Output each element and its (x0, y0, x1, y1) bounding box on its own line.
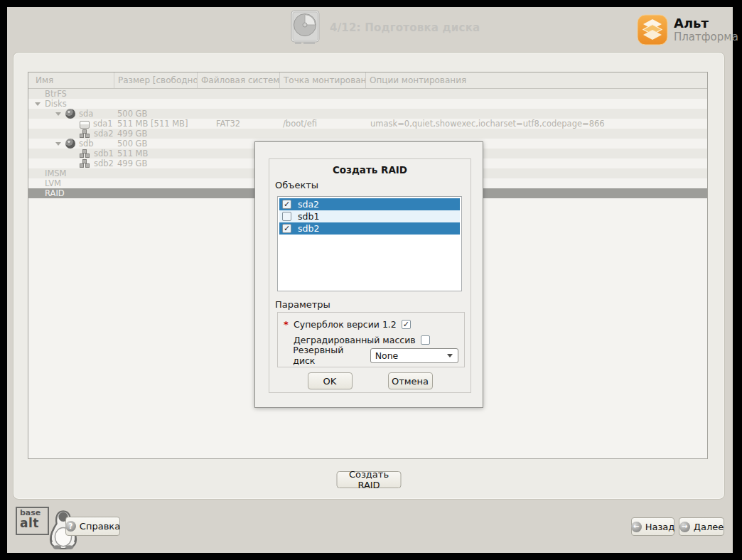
name-cell: sdb (28, 139, 114, 149)
name-cell: sda1 (28, 119, 114, 129)
name-cell: IMSM (28, 168, 114, 178)
header: 4/12: Подготовка диска Альт Платформа (7, 7, 733, 52)
cancel-button[interactable]: Отмена (388, 372, 433, 389)
row-name: sdb2 (94, 158, 114, 168)
superblock-row: * Суперблок версии 1.2 (284, 316, 458, 332)
name-cell: sdb1 (28, 149, 114, 159)
table-row[interactable]: Disks (28, 99, 707, 109)
raid-member-icon (80, 149, 90, 159)
row-name: RAID (45, 188, 65, 198)
next-button[interactable]: → Далее (679, 517, 724, 536)
row-name: sdb (79, 139, 94, 149)
next-arrow-icon: → (679, 522, 690, 532)
help-button[interactable]: ? Справка (65, 517, 120, 536)
row-name: sda2 (94, 129, 114, 139)
footer: base alt ? Справка ← Назад → Далее (7, 500, 733, 553)
row-size: 511 MB [511 MB] (114, 119, 198, 129)
name-cell: sda (28, 109, 114, 119)
ok-button[interactable]: OK (308, 372, 353, 389)
row-name: IMSM (45, 168, 67, 178)
objects-label: Объекты (275, 180, 318, 190)
degraded-label: Деградированный массив (294, 335, 416, 345)
row-size: 499 GB (114, 129, 198, 139)
column-header-size[interactable]: Размер [свободно] (114, 72, 198, 88)
superblock-label: Суперблок версии 1.2 (294, 319, 397, 330)
row-name: LVM (45, 178, 61, 188)
row-size: 511 MB (114, 149, 198, 158)
expander-icon[interactable] (55, 109, 65, 119)
table-row[interactable]: sda500 GB (28, 109, 707, 119)
chevron-down-icon (447, 354, 453, 360)
row-size: 499 GB (114, 158, 198, 168)
help-icon: ? (65, 521, 76, 532)
degraded-checkbox[interactable] (421, 335, 430, 345)
object-checkbox[interactable] (282, 212, 291, 221)
table-row[interactable]: BtrFS (28, 89, 707, 99)
disk-icon (65, 139, 75, 149)
row-size: 500 GB (114, 109, 198, 119)
dialog-group: Создать RAID Объекты sda2sdb1sdb2 Параме… (269, 158, 471, 393)
object-name: sdb2 (298, 223, 319, 234)
column-header-filesystem[interactable]: Файловая система (198, 72, 280, 88)
dialog-buttons: OK Отмена (269, 372, 471, 389)
disk-icon (65, 109, 75, 119)
required-marker: * (284, 319, 294, 330)
object-name: sda2 (298, 199, 319, 210)
row-name: BtrFS (45, 89, 67, 99)
column-header-mountoptions[interactable]: Опции монтирования (366, 72, 707, 88)
name-cell: LVM (28, 178, 114, 188)
object-row[interactable]: sda2 (279, 198, 460, 210)
row-name: sdb1 (94, 149, 114, 158)
raid-member-icon (80, 159, 90, 169)
dialog-title: Создать RAID (269, 164, 471, 176)
create-raid-button[interactable]: Создать RAID (337, 471, 402, 488)
params-box: * Суперблок версии 1.2 Деградированный м… (277, 312, 465, 367)
superblock-checkbox[interactable] (402, 320, 411, 329)
installer-window: 4/12: Подготовка диска Альт Платформа (7, 7, 733, 553)
partition-icon (80, 121, 90, 129)
table-header: Имя Размер [свободно] Файловая система Т… (28, 72, 707, 89)
objects-list: sda2sdb1sdb2 (277, 196, 462, 291)
column-header-name[interactable]: Имя (28, 72, 114, 88)
name-cell: BtrFS (28, 89, 114, 99)
raid-member-icon (80, 129, 90, 139)
row-fs: FAT32 (198, 119, 280, 129)
expander-icon[interactable] (35, 99, 45, 109)
table-row[interactable]: sda1511 MB [511 MB]FAT32/boot/efiumask=0… (28, 119, 707, 129)
row-name: Disks (45, 99, 67, 109)
spare-disk-dropdown[interactable]: None (370, 348, 458, 363)
name-cell: sdb2 (28, 158, 114, 169)
object-checkbox[interactable] (282, 224, 291, 233)
row-size: 500 GB (114, 139, 198, 149)
object-name: sdb1 (298, 211, 319, 222)
brand-subtitle: Платформа (674, 31, 738, 43)
object-row[interactable]: sdb2 (279, 222, 460, 235)
expander-icon[interactable] (55, 139, 65, 149)
back-button[interactable]: ← Назад (631, 517, 674, 536)
object-row[interactable]: sdb1 (279, 210, 460, 222)
name-cell: Disks (28, 99, 114, 109)
alt-logo-icon (637, 14, 668, 45)
disk-drive-icon (289, 10, 321, 45)
name-cell: RAID (28, 188, 114, 198)
object-checkbox[interactable] (282, 200, 291, 209)
column-header-mountpoint[interactable]: Точка монтирования (280, 72, 366, 88)
spare-disk-value: None (375, 350, 399, 361)
brand-name: Альт (674, 16, 738, 31)
row-mount: /boot/efi (280, 119, 366, 129)
row-name: sda1 (93, 119, 113, 129)
back-arrow-icon: ← (631, 522, 642, 532)
spare-row: Резервный диск None (284, 348, 458, 363)
table-row[interactable]: sda2499 GB (28, 129, 707, 139)
row-options: umask=0,quiet,showexec,iocharset=utf8,co… (366, 119, 707, 129)
params-label: Параметры (275, 299, 330, 310)
step-title: 4/12: Подготовка диска (330, 21, 480, 34)
create-raid-dialog: Создать RAID Объекты sda2sdb1sdb2 Параме… (254, 141, 483, 408)
spare-label: Резервный диск (293, 345, 364, 366)
name-cell: sda2 (28, 129, 114, 139)
row-name: sda (79, 109, 93, 119)
